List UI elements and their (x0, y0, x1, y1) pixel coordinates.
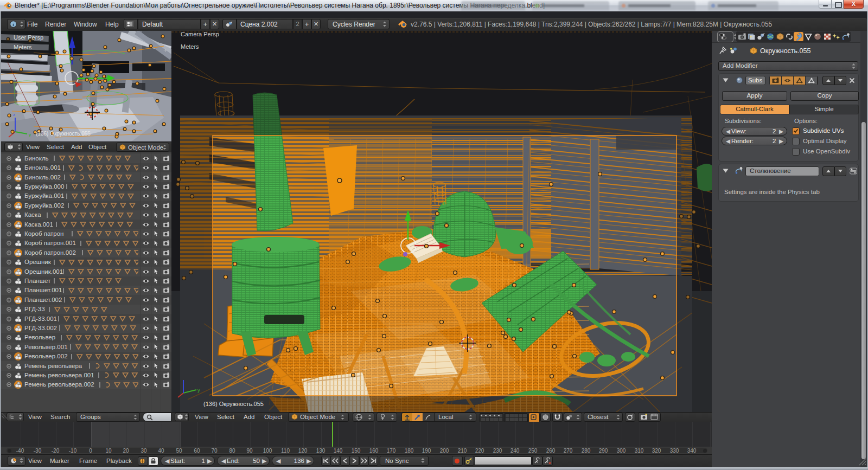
svg-text:Meters: Meters (14, 44, 32, 50)
svg-text:(136) Окружность.055: (136) Окружность.055 (36, 131, 91, 137)
svg-text:(136) Окружность.055: (136) Окружность.055 (203, 401, 264, 407)
svg-text:Meters: Meters (181, 43, 199, 50)
svg-text:User Persp: User Persp (14, 34, 43, 41)
svg-text:y: y (197, 388, 200, 393)
svg-text:+: + (163, 46, 168, 54)
svg-text:y: y (29, 132, 31, 137)
svg-text:z: z (13, 112, 15, 117)
svg-text:Camera Persp: Camera Persp (181, 31, 219, 37)
